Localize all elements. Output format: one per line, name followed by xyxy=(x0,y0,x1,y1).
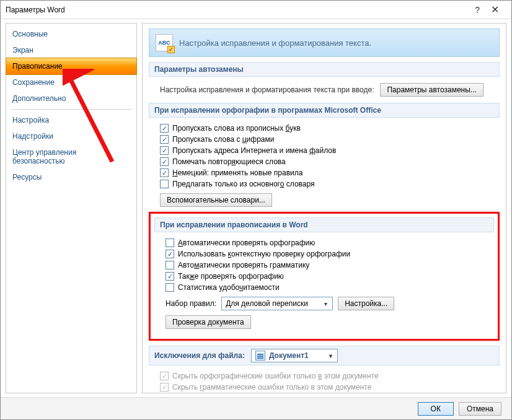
sidebar-item-screen[interactable]: Экран xyxy=(6,42,136,58)
label-internet: Пропускать адреса Интернета и имена файл… xyxy=(172,146,336,155)
sidebar-item-resources[interactable]: Ресурсы xyxy=(6,169,136,185)
label-auto-spell: Автоматически проверять орфографию xyxy=(178,238,315,247)
label-contextual: Использовать контекстную проверку орфогр… xyxy=(178,250,350,258)
ruleset-select[interactable]: Для деловой переписки ▾ xyxy=(221,297,333,310)
label-readability: Статистика удобочитаемости xyxy=(178,283,280,292)
ruleset-label: Набор правил: xyxy=(166,299,216,308)
checkbox-also-spell[interactable]: ✓ xyxy=(166,272,174,281)
dialog-footer: ОК Отмена xyxy=(1,397,511,419)
sidebar-item-proofing[interactable]: Правописание xyxy=(6,58,137,75)
titlebar: Параметры Word ? ✕ xyxy=(1,1,511,19)
sidebar-item-trustcenter[interactable]: Центр управления безопасностью xyxy=(6,144,136,169)
checkbox-auto-spell[interactable]: ✓ xyxy=(166,238,174,247)
sidebar-item-save[interactable]: Сохранение xyxy=(6,74,136,90)
exceptions-label: Исключения для файла: xyxy=(154,351,245,360)
section-header-text: Настройка исправления и форматирования т… xyxy=(179,38,371,48)
sidebar-item-general[interactable]: Основные xyxy=(6,26,136,42)
help-icon[interactable]: ? xyxy=(475,5,480,15)
custom-dictionaries-button[interactable]: Вспомогательные словари... xyxy=(160,193,272,207)
label-repeated: Помечать повторяющиеся слова xyxy=(172,157,286,166)
chevron-down-icon: ▾ xyxy=(322,300,330,307)
sidebar-separator xyxy=(11,109,131,110)
label-main-dict: Предлагать только из основного словаря xyxy=(172,180,315,188)
sidebar-item-advanced[interactable]: Дополнительно xyxy=(6,90,136,107)
highlighted-section: При исправлении правописания в Word ✓Авт… xyxy=(149,212,500,341)
sidebar-item-customize[interactable]: Настройка xyxy=(6,112,136,128)
label-hide-grammar-errors: Скрыть грамматические ошибки только в эт… xyxy=(172,383,371,392)
checkbox-readability[interactable]: ✓ xyxy=(166,283,174,292)
checkbox-numbers[interactable]: ✓ xyxy=(160,135,169,144)
check-document-button[interactable]: Проверка документа xyxy=(166,315,251,329)
document-icon xyxy=(255,351,265,361)
label-hide-spell-errors: Скрыть орфографические ошибки только в э… xyxy=(172,372,379,380)
close-icon[interactable]: ✕ xyxy=(491,5,499,15)
content-pane: ABC✓ Настройка исправления и форматирова… xyxy=(142,23,506,393)
checkbox-auto-grammar[interactable]: ✓ xyxy=(166,261,174,269)
label-german: Немецкий: применять новые правила xyxy=(172,168,302,177)
label-also-spell: Также проверять орфографию xyxy=(178,272,284,281)
section-header: ABC✓ Настройка исправления и форматирова… xyxy=(149,28,500,57)
ruleset-value: Для деловой переписки xyxy=(226,299,308,308)
checkbox-german[interactable]: ✓ xyxy=(160,168,169,177)
proofing-icon: ABC✓ xyxy=(156,34,173,51)
label-auto-grammar: Автоматически проверять грамматику xyxy=(178,261,309,269)
sidebar: Основные Экран Правописание Сохранение Д… xyxy=(6,23,137,393)
cancel-button[interactable]: Отмена xyxy=(459,402,501,416)
grammar-settings-button[interactable]: Настройка... xyxy=(338,297,394,310)
chevron-down-icon: ▾ xyxy=(327,352,335,359)
checkbox-uppercase[interactable]: ✓ xyxy=(160,124,169,133)
autocorrect-label: Настройка исправления и форматирования т… xyxy=(160,85,374,94)
autocorrect-options-button[interactable]: Параметры автозамены... xyxy=(380,83,483,97)
checkbox-hide-spell-errors: ✓ xyxy=(160,372,169,380)
group-autocorrect-title: Параметры автозамены xyxy=(149,62,500,77)
exceptions-file-value: Документ1 xyxy=(265,351,327,360)
label-numbers: Пропускать слова с цифрами xyxy=(172,135,275,144)
checkbox-main-dict[interactable]: ✓ xyxy=(160,180,169,188)
label-uppercase: Пропускать слова из прописных букв xyxy=(172,124,301,133)
sidebar-item-addins[interactable]: Надстройки xyxy=(6,128,136,144)
group-office-spell-title: При исправлении орфографии в программах … xyxy=(149,103,500,118)
checkbox-internet[interactable]: ✓ xyxy=(160,146,169,155)
exceptions-file-select[interactable]: Документ1 ▾ xyxy=(251,349,338,362)
checkbox-hide-grammar-errors: ✓ xyxy=(160,383,169,392)
checkbox-contextual[interactable]: ✓ xyxy=(166,250,174,258)
group-word-spell-title: При исправлении правописания в Word xyxy=(154,217,494,232)
ok-button[interactable]: ОК xyxy=(418,402,454,416)
dialog-title: Параметры Word xyxy=(6,6,475,14)
group-exceptions-title: Исключения для файла: Документ1 ▾ xyxy=(149,346,500,365)
checkbox-repeated[interactable]: ✓ xyxy=(160,157,169,166)
